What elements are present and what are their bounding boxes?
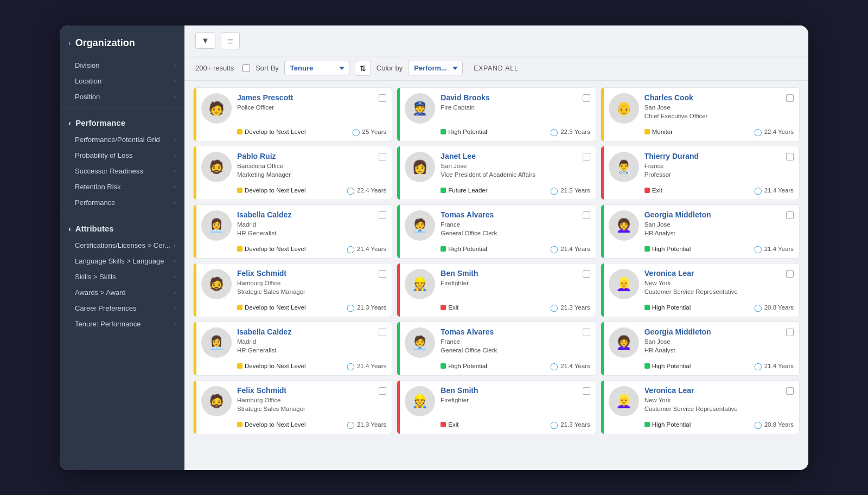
person-name[interactable]: Tomas Alvares — [441, 327, 577, 336]
card-checkbox[interactable] — [583, 329, 590, 336]
sidebar-item-label: Career Preferences — [75, 304, 136, 312]
person-name[interactable]: Tomas Alvares — [441, 210, 577, 219]
arrow-icon: › — [174, 242, 176, 248]
tenure-value: 22.4 Years — [764, 128, 794, 135]
sidebar-performance-header[interactable]: ‹ Performance — [60, 112, 184, 132]
clock-icon: ◯ — [347, 362, 355, 370]
person-name[interactable]: Felix Schmidt — [237, 386, 373, 395]
card-checkbox[interactable] — [583, 94, 590, 102]
card-inner: 👱‍♀️ Veronica Lear New YorkCustomer Serv… — [601, 381, 799, 434]
card-checkbox[interactable] — [379, 387, 386, 395]
badge-label: High Potential — [652, 421, 691, 428]
card-checkbox[interactable] — [379, 94, 386, 102]
card-info: Ben Smith Firefighter — [441, 269, 577, 287]
card-checkbox[interactable] — [583, 153, 590, 160]
card-checkbox[interactable] — [379, 270, 386, 278]
card-checkbox[interactable] — [379, 211, 386, 219]
sidebar-item-perf-potential[interactable]: Performance/Potential Grid › — [60, 132, 184, 147]
person-name[interactable]: Isabella Caldez — [237, 327, 373, 336]
person-name[interactable]: David Brooks — [441, 93, 577, 102]
person-name[interactable]: Thierry Durand — [644, 152, 781, 160]
card-checkbox[interactable] — [786, 211, 794, 219]
clock-icon: ◯ — [550, 304, 558, 312]
person-card: 👮 David Brooks Fire Captain High Potenti… — [397, 87, 596, 142]
person-name[interactable]: Veronica Lear — [644, 269, 781, 278]
color-select[interactable]: Perform... Tenure Location — [408, 61, 463, 75]
sidebar-item-awards[interactable]: Awards > Award › — [60, 285, 184, 300]
sidebar-item-label: Successor Readiness — [75, 167, 143, 175]
toolbar: ▼ ≣ — [184, 25, 808, 56]
person-name[interactable]: Felix Schmidt — [237, 269, 373, 278]
sidebar-item-position[interactable]: Position › — [60, 89, 184, 105]
card-checkbox[interactable] — [379, 329, 386, 336]
person-subtitle: San JoseHR Analyst — [644, 220, 781, 237]
sidebar-attributes-header[interactable]: ‹ Attributes — [60, 217, 184, 237]
tenure-badge: ◯ 21.4 Years — [347, 362, 386, 370]
badge-label: Develop to Next Level — [245, 363, 306, 369]
tenure-badge: ◯ 21.4 Years — [754, 187, 794, 195]
person-name[interactable]: Georgia Middleton — [644, 210, 781, 219]
tenure-value: 25 Years — [362, 128, 387, 135]
card-footer: Exit ◯ 21.3 Years — [405, 304, 590, 312]
sort-select[interactable]: Tenure Name Performance — [284, 61, 349, 75]
card-checkbox[interactable] — [583, 270, 590, 278]
attributes-section-label: Attributes — [75, 224, 114, 233]
sidebar-item-career-prefs[interactable]: Career Preferences › — [60, 300, 184, 316]
arrow-icon: › — [174, 183, 176, 190]
clock-icon: ◯ — [754, 245, 762, 253]
sidebar-item-tenure-perf[interactable]: Tenure: Performance › — [60, 316, 184, 332]
list-view-button[interactable]: ≣ — [221, 32, 240, 49]
person-name[interactable]: Veronica Lear — [644, 386, 781, 395]
sidebar-item-skills[interactable]: Skills > Skills › — [60, 269, 184, 285]
sidebar-item-successor[interactable]: Successor Readiness › — [60, 163, 184, 179]
card-top: 🧔 Pablo Ruiz Barcelona OfficeMarketing M… — [201, 152, 386, 182]
card-checkbox[interactable] — [786, 270, 794, 278]
sidebar-item-location[interactable]: Location › — [60, 73, 184, 89]
sidebar-item-division[interactable]: Division › — [60, 57, 184, 73]
filter-button[interactable]: ▼ — [195, 32, 215, 49]
sidebar-item-performance[interactable]: Performance › — [60, 195, 184, 210]
card-checkbox[interactable] — [583, 211, 590, 219]
badge-label: Develop to Next Level — [245, 304, 306, 311]
card-checkbox[interactable] — [583, 387, 590, 395]
sidebar-item-certifications[interactable]: Certifications/Licenses > Cer... › — [60, 237, 184, 253]
sidebar-item-retention[interactable]: Retention Risk › — [60, 179, 184, 195]
arrow-icon: › — [174, 305, 176, 311]
sort-order-button[interactable]: ⇅ — [355, 61, 371, 76]
sidebar-item-prob-loss[interactable]: Probability of Loss › — [60, 147, 184, 163]
person-name[interactable]: Charles Cook — [644, 93, 781, 102]
card-footer: High Potential ◯ 20.8 Years — [609, 421, 794, 429]
card-status-bar — [194, 205, 196, 258]
expand-all-button[interactable]: EXPAND ALL — [474, 65, 518, 72]
card-checkbox[interactable] — [786, 329, 794, 336]
avatar: 👩‍💼 — [201, 210, 232, 241]
card-top: 👷 Ben Smith Firefighter — [405, 386, 590, 416]
person-name[interactable]: Janet Lee — [441, 152, 577, 160]
card-checkbox[interactable] — [786, 94, 794, 102]
person-name[interactable]: Ben Smith — [441, 386, 577, 395]
person-name[interactable]: Ben Smith — [441, 269, 577, 278]
card-info: Isabella Caldez MadridHR Generalist — [237, 327, 373, 355]
select-all-checkbox[interactable] — [242, 65, 250, 72]
person-card: 🧑‍💼 Tomas Alvares FranceGeneral Office C… — [397, 204, 596, 259]
card-info: Tomas Alvares FranceGeneral Office Clerk — [441, 210, 577, 237]
person-name[interactable]: Georgia Middleton — [644, 327, 781, 336]
tenure-value: 21.5 Years — [560, 187, 590, 194]
badge-label: Exit — [448, 304, 458, 311]
card-checkbox[interactable] — [379, 153, 386, 160]
sidebar-org-header[interactable]: ‹ Organization — [60, 25, 184, 57]
person-name[interactable]: James Prescott — [237, 93, 373, 102]
card-checkbox[interactable] — [786, 387, 794, 395]
card-inner: 👩 Janet Lee San JoseVice President of Ac… — [397, 146, 595, 200]
card-info: David Brooks Fire Captain — [441, 93, 577, 112]
avatar-face: 👱‍♀️ — [609, 269, 639, 299]
card-checkbox[interactable] — [786, 153, 794, 160]
person-name[interactable]: Isabella Caldez — [237, 210, 373, 219]
status-badge: Exit — [644, 187, 662, 194]
card-top: 👷 Ben Smith Firefighter — [405, 269, 590, 299]
sidebar-item-language[interactable]: Language Skills > Language › — [60, 253, 184, 269]
card-inner: 🧑‍💼 Tomas Alvares FranceGeneral Office C… — [397, 322, 595, 375]
person-name[interactable]: Pablo Ruiz — [237, 152, 373, 160]
tenure-value: 21.4 Years — [764, 363, 794, 369]
avatar-face: 🧑 — [201, 93, 232, 124]
